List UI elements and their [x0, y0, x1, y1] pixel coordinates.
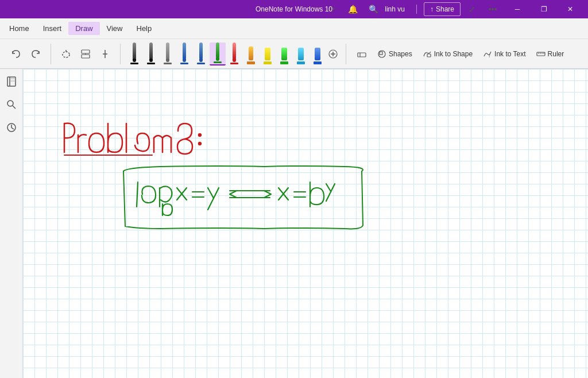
forward-button[interactable]: →: [23, 0, 41, 18]
ruler-button[interactable]: Ruler: [532, 44, 569, 64]
svg-point-25: [7, 101, 13, 106]
ruler-label: Ruler: [548, 50, 564, 58]
draw-toolbar: Shapes Ink to Shape T Ink to Text Ruler: [0, 39, 588, 69]
search-button[interactable]: 🔍: [364, 0, 382, 18]
svg-point-29: [199, 142, 201, 145]
svg-rect-14: [427, 54, 431, 57]
more-options-button[interactable]: •••: [483, 0, 502, 18]
svg-rect-10: [358, 53, 366, 57]
user-name: linh vu: [385, 5, 405, 13]
pen-cyan[interactable]: [293, 43, 309, 65]
shapes-button[interactable]: Shapes: [373, 44, 417, 64]
share-label: Share: [436, 5, 454, 13]
ink-to-text-label: Ink to Text: [494, 50, 525, 58]
undo-button[interactable]: [7, 44, 25, 64]
menu-insert[interactable]: Insert: [36, 22, 69, 35]
sep3: [346, 44, 346, 64]
pen-black1[interactable]: [126, 43, 142, 65]
menubar: Home Insert Draw View Help: [0, 18, 588, 39]
svg-rect-3: [82, 55, 90, 58]
restore-button[interactable]: ❐: [531, 0, 557, 18]
titlebar-divider: [416, 5, 417, 14]
lasso-button[interactable]: [57, 44, 75, 64]
close-button[interactable]: ✕: [557, 0, 583, 18]
svg-line-26: [13, 106, 16, 109]
titlebar: ← → OneNote for Windows 10 ⟳ 🔔 🔍 linh vu…: [0, 0, 588, 18]
svg-text:T: T: [488, 54, 491, 58]
sidebar-search[interactable]: [3, 97, 20, 113]
menu-home[interactable]: Home: [2, 22, 36, 35]
pen-blue2[interactable]: [193, 43, 209, 65]
pen-blue1[interactable]: [176, 43, 192, 65]
ink-to-shape-button[interactable]: Ink to Shape: [418, 44, 477, 64]
svg-rect-2: [82, 50, 90, 53]
sync-button[interactable]: ⟳: [323, 0, 341, 18]
note-canvas[interactable]: [23, 69, 588, 378]
minimize-button[interactable]: ─: [504, 0, 531, 18]
sep2: [120, 44, 121, 64]
selection-group: [55, 44, 117, 64]
pen-black2[interactable]: [143, 43, 159, 65]
pen-red[interactable]: [226, 43, 242, 65]
pen-yellow[interactable]: [260, 43, 276, 65]
menu-help[interactable]: Help: [130, 22, 159, 35]
pen-gray[interactable]: [160, 43, 176, 65]
insert-space-button[interactable]: [96, 44, 114, 64]
ink-to-shape-label: Ink to Shape: [434, 50, 473, 58]
ink-to-text-button[interactable]: T Ink to Text: [478, 44, 530, 64]
pen-orange[interactable]: [243, 43, 259, 65]
erase-button[interactable]: [352, 44, 372, 64]
menu-draw[interactable]: Draw: [68, 22, 99, 35]
pen-dark-blue[interactable]: [310, 43, 326, 65]
add-pen-button[interactable]: [326, 44, 340, 64]
sidebar-recent[interactable]: [3, 119, 20, 136]
pen-green[interactable]: [210, 43, 226, 65]
app-title: OneNote for Windows 10: [256, 5, 332, 13]
sep1: [51, 44, 51, 64]
sidebar-notebooks[interactable]: [3, 74, 20, 90]
shapes-label: Shapes: [389, 50, 412, 58]
redo-button[interactable]: [26, 44, 45, 64]
svg-rect-13: [380, 52, 382, 55]
pens-group: [124, 43, 342, 65]
svg-point-28: [199, 134, 201, 136]
add-space-button[interactable]: [76, 44, 95, 64]
sidebar: [0, 69, 23, 378]
pen-green2[interactable]: [276, 43, 292, 65]
handwriting-content: [23, 69, 588, 378]
back-button[interactable]: ←: [5, 0, 23, 18]
svg-rect-21: [7, 77, 16, 86]
tools-group: Shapes Ink to Shape T Ink to Text Ruler: [350, 44, 571, 64]
menu-view[interactable]: View: [100, 22, 130, 35]
bell-button[interactable]: 🔔: [343, 0, 362, 18]
svg-point-0: [63, 52, 69, 57]
expand-button[interactable]: ⤢: [463, 0, 481, 18]
share-button[interactable]: ↑ Share: [424, 2, 461, 16]
nav-group: [5, 44, 47, 64]
